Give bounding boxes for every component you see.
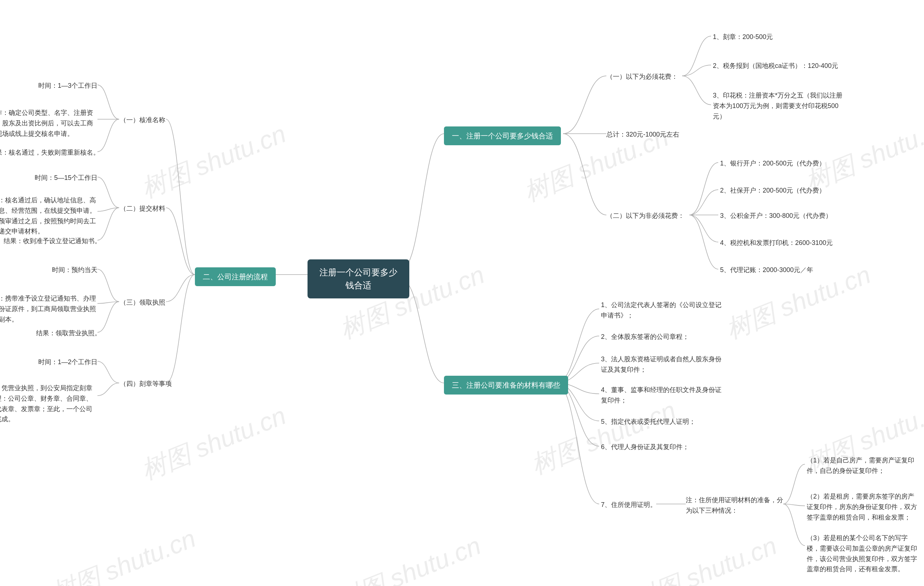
b2-step1-label[interactable]: （一）核准名称	[120, 115, 165, 125]
b3-item7-case3[interactable]: （3）若是租的某个公司名下的写字楼，需要该公司加盖公章的房产证复印件，该公司营业…	[807, 533, 919, 574]
root-node[interactable]: 注册一个公司要多少钱合适	[307, 260, 409, 298]
watermark: 树图 shutu.cn	[526, 394, 681, 482]
b1-sub1-item3[interactable]: 3、印花税：注册资本*万分之五（我们以注册资本为100万元为例，则需要支付印花税…	[713, 90, 843, 121]
b1-sub2-label[interactable]: （二）以下为非必须花费：	[606, 210, 684, 221]
b3-item7-case1[interactable]: （1）若是自己房产，需要房产证复印件，自己的身份证复印件；	[807, 455, 919, 476]
b3-item7-case2[interactable]: （2）若是租房，需要房东签字的房产证复印件，房东的身份证复印件，双方签字盖章的租…	[807, 492, 919, 522]
b2-step4-label[interactable]: （四）刻章等事项	[120, 379, 172, 389]
b1-sub1-label[interactable]: （一）以下为必须花费：	[606, 71, 678, 82]
b2-step4-time[interactable]: 时间：1—2个工作日	[36, 357, 97, 367]
b3-item7-note[interactable]: 注：住所使用证明材料的准备，分为以下三种情况：	[686, 495, 783, 516]
b3-item6[interactable]: 6、代理人身份证及其复印件；	[601, 442, 689, 452]
b3-item2[interactable]: 2、全体股东签署的公司章程；	[601, 332, 689, 342]
branch-3[interactable]: 三、注册公司要准备的材料有哪些	[444, 376, 568, 394]
b1-sub1-item1[interactable]: 1、刻章：200-500元	[713, 32, 773, 42]
b3-item3[interactable]: 3、法人股东资格证明或者自然人股东身份证及其复印件；	[601, 354, 727, 375]
b3-item5[interactable]: 5、指定代表或委托代理人证明；	[601, 417, 696, 427]
b2-step2-op[interactable]: 操作：核名通过后，确认地址信息、高管信息、经营范围，在线提交预申请。在线预审通过…	[0, 195, 97, 237]
b1-sub2-item1[interactable]: 1、银行开户：200-500元（代办费）	[720, 158, 825, 169]
watermark: 树图 shutu.cn	[137, 399, 291, 488]
b2-step1-result[interactable]: 结果：核名通过，失败则需重新核名。	[0, 147, 97, 158]
branch-2[interactable]: 二、公司注册的流程	[195, 267, 276, 286]
b1-sub2-item3[interactable]: 3、公积金开户：300-800元（代办费）	[720, 210, 832, 221]
b2-step4-op[interactable]: 操作：凭营业执照，到公安局指定刻章点办理：公司公章、财务章、合同章、法人代表章、…	[0, 383, 97, 424]
b2-step1-time[interactable]: 时间：1—3个工作日	[36, 81, 97, 91]
b2-step3-time[interactable]: 时间：预约当天	[47, 265, 97, 275]
b1-sub2-item5[interactable]: 5、代理记账：2000-3000元／年	[720, 265, 813, 275]
b1-sub2-item4[interactable]: 4、税控机和发票打印机：2600-3100元	[720, 238, 833, 248]
b2-step1-op[interactable]: 操作：确定公司类型、名字、注册资本、股东及出资比例后，可以去工商局现场或线上提交…	[0, 108, 97, 139]
b1-sub2-item2[interactable]: 2、社保开户：200-500元（代办费）	[720, 185, 825, 196]
b1-sub1-item2[interactable]: 2、税务报到（国地税ca证书）：120-400元	[713, 61, 838, 71]
b2-step3-label[interactable]: （三）领取执照	[120, 297, 165, 308]
b3-item4[interactable]: 4、董事、监事和经理的任职文件及身份证复印件；	[601, 385, 727, 406]
connectors	[0, 0, 924, 586]
b2-step3-op[interactable]: 操作：携带准予设立登记通知书、办理人身份证原件，到工商局领取营业执照正、副本。	[0, 293, 97, 324]
watermark: 树图 shutu.cn	[331, 529, 486, 586]
watermark: 树图 shutu.cn	[46, 522, 201, 586]
watermark: 树图 shutu.cn	[137, 117, 291, 206]
b3-item1[interactable]: 1、公司法定代表人签署的《公司设立登记申请书》；	[601, 300, 727, 321]
branch-1[interactable]: 一、注册一个公司要多少钱合适	[444, 126, 561, 145]
watermark: 树图 shutu.cn	[627, 529, 782, 586]
b2-step3-result[interactable]: 结果：领取营业执照。	[36, 328, 97, 339]
b3-item7-label[interactable]: 7、住所使用证明。	[601, 500, 657, 510]
b2-step2-time[interactable]: 时间：5—15个工作日	[29, 173, 97, 183]
b2-step2-label[interactable]: （二）提交材料	[120, 204, 165, 214]
b2-step2-result[interactable]: 结果：收到准予设立登记通知书。	[3, 236, 97, 247]
b1-total[interactable]: 总计：320元-1000元左右	[606, 129, 679, 140]
